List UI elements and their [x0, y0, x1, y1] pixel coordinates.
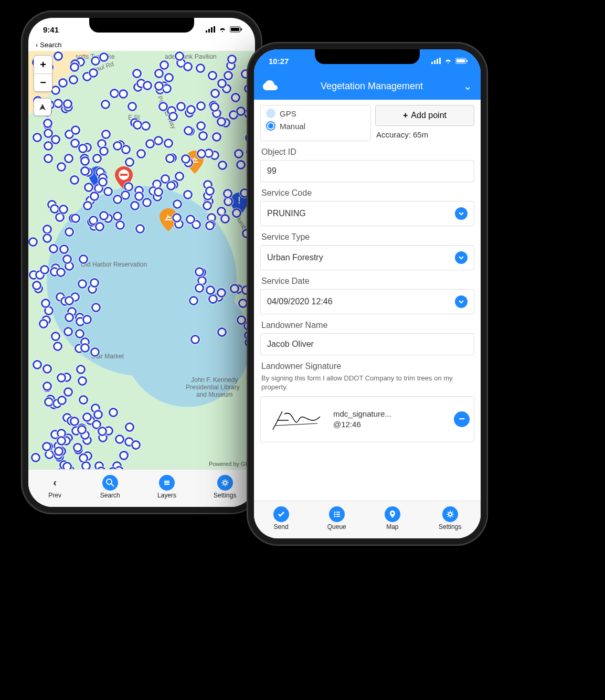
map-datapoint[interactable] — [164, 73, 174, 82]
map-datapoint[interactable] — [145, 139, 155, 149]
map-datapoint[interactable] — [99, 52, 109, 62]
locate-button[interactable] — [34, 98, 51, 116]
map-datapoint[interactable] — [71, 125, 80, 135]
map-datapoint[interactable] — [189, 296, 198, 305]
map-datapoint[interactable] — [103, 187, 113, 196]
map-datapoint[interactable] — [175, 172, 184, 181]
map-datapoint[interactable] — [134, 192, 144, 201]
map-datapoint[interactable] — [54, 99, 63, 108]
map-datapoint[interactable] — [173, 199, 182, 209]
map-datapoint[interactable] — [43, 364, 52, 374]
tab-send[interactable]: Send — [273, 506, 289, 531]
map-datapoint[interactable] — [50, 204, 59, 214]
map-datapoint[interactable] — [54, 447, 63, 456]
map-datapoint[interactable] — [57, 162, 66, 172]
map-datapoint[interactable] — [71, 214, 80, 223]
map-datapoint[interactable] — [168, 112, 178, 121]
map-datapoint[interactable] — [70, 62, 79, 72]
service-type-select[interactable]: Urban Forestry — [260, 245, 474, 270]
add-point-button[interactable]: + Add point — [375, 105, 474, 126]
map-datapoint[interactable] — [43, 119, 52, 128]
map-datapoint[interactable] — [95, 222, 104, 231]
map-datapoint[interactable] — [236, 160, 246, 169]
map-datapoint[interactable] — [141, 121, 151, 131]
zoom-in-button[interactable]: + — [34, 56, 52, 73]
map-datapoint[interactable] — [90, 347, 100, 357]
map-datapoint[interactable] — [231, 93, 240, 102]
map-datapoint[interactable] — [43, 234, 52, 243]
map-datapoint[interactable] — [236, 107, 246, 116]
map-datapoint[interactable] — [90, 192, 99, 201]
map-datapoint[interactable] — [93, 410, 103, 419]
map-datapoint[interactable] — [64, 154, 73, 163]
map-datapoint[interactable] — [78, 144, 88, 153]
map-datapoint[interactable] — [101, 100, 110, 109]
chevron-down-icon[interactable]: ⌄ — [463, 80, 472, 92]
map-datapoint[interactable] — [98, 177, 108, 187]
signature-thumbnail[interactable] — [265, 401, 328, 438]
map-datapoint[interactable] — [130, 201, 140, 210]
map-datapoint[interactable] — [101, 130, 111, 139]
map-datapoint[interactable] — [49, 244, 58, 253]
map-datapoint[interactable] — [183, 62, 193, 71]
map-datapoint[interactable] — [98, 427, 107, 436]
map-datapoint[interactable] — [80, 343, 90, 353]
map-datapoint[interactable] — [230, 284, 239, 293]
map-datapoint[interactable] — [210, 89, 220, 98]
map-datapoint[interactable] — [205, 221, 215, 230]
map-datapoint[interactable] — [63, 387, 73, 397]
map-datapoint[interactable] — [218, 161, 227, 170]
map-datapoint[interactable] — [186, 105, 196, 114]
landowner-name-input[interactable]: Jacob Oliver — [260, 333, 474, 355]
map-datapoint[interactable] — [224, 197, 233, 206]
map-datapoint[interactable] — [113, 211, 122, 221]
map-datapoint[interactable] — [217, 288, 226, 298]
map-datapoint[interactable] — [208, 294, 218, 304]
map-datapoint[interactable] — [136, 149, 146, 158]
map-datapoint[interactable] — [84, 183, 93, 192]
map-datapoint[interactable] — [224, 71, 233, 80]
map-datapoint[interactable] — [39, 319, 48, 328]
map-datapoint[interactable] — [237, 315, 246, 325]
map-datapoint[interactable] — [83, 201, 92, 210]
map-datapoint[interactable] — [69, 75, 78, 84]
map-datapoint[interactable] — [109, 408, 118, 417]
map-datapoint[interactable] — [206, 285, 215, 295]
map-datapoint[interactable] — [133, 120, 142, 130]
map-datapoint[interactable] — [205, 186, 215, 196]
map-datapoint[interactable] — [176, 102, 186, 111]
map-datapoint[interactable] — [80, 166, 90, 176]
map-datapoint[interactable] — [164, 139, 173, 148]
map-datapoint[interactable] — [77, 425, 87, 434]
map-datapoint[interactable] — [80, 156, 90, 166]
map-datapoint[interactable] — [119, 89, 128, 99]
map-datapoint[interactable] — [196, 63, 205, 73]
map-datapoint[interactable] — [40, 265, 49, 274]
map-datapoint[interactable] — [91, 303, 101, 312]
tab-map[interactable]: Map — [385, 506, 400, 531]
map-datapoint[interactable] — [79, 395, 88, 405]
map-datapoint[interactable] — [212, 132, 221, 142]
service-date-select[interactable]: 04/09/2020 12:46 — [260, 289, 474, 314]
map-datapoint[interactable] — [154, 69, 164, 78]
map-datapoint[interactable] — [232, 208, 241, 218]
map-datapoint[interactable] — [65, 313, 74, 322]
map-datapoint[interactable] — [197, 149, 206, 158]
map-datapoint[interactable] — [113, 141, 122, 151]
map-datapoint[interactable] — [234, 149, 243, 158]
map-datapoint[interactable] — [160, 60, 169, 70]
map-datapoint[interactable] — [53, 342, 62, 351]
map-datapoint[interactable] — [82, 412, 92, 422]
map-datapoint[interactable] — [62, 462, 72, 469]
map-datapoint[interactable] — [43, 225, 52, 234]
tab-settings[interactable]: Settings — [439, 506, 461, 531]
map-datapoint[interactable] — [89, 68, 98, 78]
map-datapoint[interactable] — [82, 315, 92, 324]
map-datapoint[interactable] — [79, 254, 88, 264]
map-datapoint[interactable] — [97, 466, 106, 469]
radio-gps[interactable]: GPS — [266, 109, 365, 118]
map-datapoint[interactable] — [59, 245, 69, 254]
map-datapoint[interactable] — [63, 327, 73, 336]
tab-queue[interactable]: Queue — [327, 506, 346, 531]
map-datapoint[interactable] — [195, 283, 204, 293]
